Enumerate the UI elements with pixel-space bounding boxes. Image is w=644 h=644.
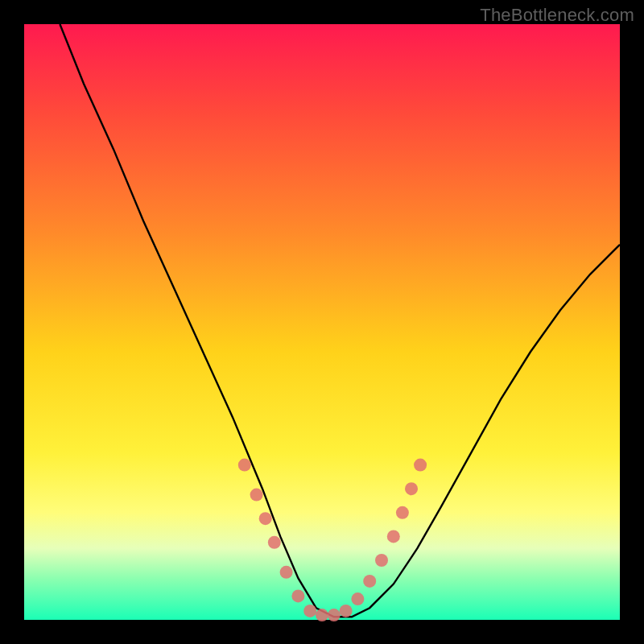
- curve-dot: [303, 605, 316, 617]
- curve-dot: [396, 506, 409, 519]
- chart-frame: TheBottleneck.com: [0, 0, 644, 644]
- chart-svg: [24, 24, 620, 620]
- curve-dot: [328, 609, 341, 621]
- curve-dot: [238, 459, 251, 472]
- curve-dot: [363, 575, 376, 588]
- curve-dot: [375, 554, 388, 567]
- curve-dots: [238, 459, 427, 622]
- curve-dot: [250, 489, 263, 502]
- curve-dot: [291, 589, 304, 602]
- curve-dot: [280, 566, 293, 579]
- curve-dot: [268, 536, 281, 549]
- curve-dot: [351, 592, 364, 605]
- watermark-text: TheBottleneck.com: [480, 5, 634, 26]
- curve-dot: [405, 482, 418, 495]
- curve-line: [60, 24, 620, 617]
- curve-dot: [340, 605, 353, 617]
- curve-dot: [259, 512, 272, 525]
- curve-dot: [414, 459, 427, 472]
- curve-dot: [387, 530, 400, 543]
- curve-dot: [316, 609, 328, 621]
- chart-plot-area: [24, 24, 620, 620]
